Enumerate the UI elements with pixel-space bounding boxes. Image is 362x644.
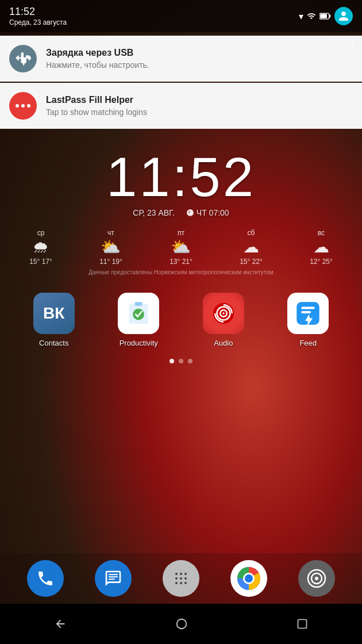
alarm-info: ЧТ 07:00 <box>186 208 229 217</box>
phone-icon <box>27 560 64 597</box>
user-avatar[interactable] <box>334 7 353 25</box>
dock <box>0 553 362 604</box>
weather-attribution: Данные предоставлены Норвежским метеорол… <box>6 269 356 275</box>
status-date: Среда, 23 августа <box>9 18 67 26</box>
nav-bar <box>0 604 362 644</box>
dock-apps[interactable] <box>163 560 199 597</box>
dock-target[interactable] <box>298 560 335 597</box>
svg-rect-4 <box>135 302 143 306</box>
vk-icon: ВК <box>33 293 75 334</box>
weather-days: ср 🌧 15° 17° чт ⛅ 11° 19° пт ⛅ 13° 21° с… <box>6 229 356 266</box>
app-audio[interactable]: Audio <box>203 293 244 347</box>
weather-icon-2: ⛅ <box>171 239 191 255</box>
feed-icon-svg <box>295 300 321 327</box>
audio-icon-svg <box>210 300 237 327</box>
home-button[interactable] <box>164 612 199 636</box>
lastpass-notification-title: LastPass Fill Helper <box>46 94 147 106</box>
app-vk[interactable]: ВК Contacts <box>33 293 75 347</box>
app-productivity-label: Productivity <box>120 339 158 347</box>
lastpass-notification-text: LastPass Fill Helper Tap to show matchin… <box>46 94 147 118</box>
chrome-icon <box>230 560 267 597</box>
status-bar: 11:52 Среда, 23 августа ▾ <box>0 0 362 32</box>
weather-day-2: пт ⛅ 13° 21° <box>170 229 192 266</box>
svg-rect-2 <box>329 15 331 18</box>
notification-panel: Зарядка через USB Нажмите, чтобы настрои… <box>0 32 362 132</box>
weather-icon-1: ⛅ <box>101 239 121 255</box>
app-audio-label: Audio <box>214 339 233 347</box>
weather-day-0: ср 🌧 15° 17° <box>29 229 52 266</box>
back-button[interactable] <box>43 612 78 636</box>
weather-icon-4: ☁ <box>313 239 329 255</box>
svg-point-29 <box>177 619 187 629</box>
dock-phone[interactable] <box>27 560 64 597</box>
weather-temp-0: 15° 17° <box>29 258 52 266</box>
lastpass-notification-subtitle: Tap to show matching logins <box>46 107 147 117</box>
messages-icon <box>95 560 132 597</box>
weather-temp-2: 13° 21° <box>170 258 192 266</box>
svg-point-17 <box>175 577 178 580</box>
svg-point-16 <box>184 573 187 575</box>
feed-icon <box>287 293 329 334</box>
app-vk-label: Contacts <box>39 339 68 347</box>
app-feed-label: Feed <box>299 339 317 347</box>
notification-lastpass[interactable]: LastPass Fill Helper Tap to show matchin… <box>0 83 362 129</box>
svg-point-14 <box>175 573 178 575</box>
usb-notification-subtitle: Нажмите, чтобы настроить. <box>46 60 149 70</box>
weather-icon-3: ☁ <box>243 239 259 255</box>
svg-rect-12 <box>302 311 311 313</box>
page-dot-2[interactable] <box>188 359 192 363</box>
clock-widget: 11:52 СР, 23 АВГ. ЧТ 07:00 <box>106 150 256 217</box>
status-time: 11:52 <box>9 6 67 18</box>
weather-day-name-3: сб <box>248 229 255 237</box>
weather-day-4: вс ☁ 12° 25° <box>310 229 333 266</box>
dock-chrome[interactable] <box>230 560 267 597</box>
app-feed[interactable]: Feed <box>287 293 329 347</box>
alarm-time: ЧТ 07:00 <box>197 208 229 217</box>
svg-point-9 <box>222 312 224 314</box>
usb-notification-title: Зарядка через USB <box>46 47 149 59</box>
svg-point-28 <box>315 577 318 580</box>
page-dots <box>170 359 192 363</box>
svg-point-21 <box>180 582 182 584</box>
usb-notification-text: Зарядка через USB Нажмите, чтобы настрои… <box>46 47 149 71</box>
signal-icon <box>307 12 316 21</box>
notification-usb[interactable]: Зарядка через USB Нажмите, чтобы настрои… <box>0 36 362 82</box>
svg-rect-1 <box>320 14 327 18</box>
dock-messages[interactable] <box>95 560 132 597</box>
overflow-menu-button[interactable] <box>352 40 354 51</box>
weather-day-name-2: пт <box>178 229 184 237</box>
lastpass-notification-icon <box>9 92 37 120</box>
status-time-block: 11:52 Среда, 23 августа <box>9 6 67 26</box>
usb-notification-icon <box>9 45 37 72</box>
svg-point-22 <box>184 582 187 584</box>
svg-point-25 <box>245 574 253 582</box>
weather-day-1: чт ⛅ 11° 19° <box>99 229 122 266</box>
app-productivity[interactable]: Productivity <box>118 293 159 347</box>
clock-date-row: СР, 23 АВГ. ЧТ 07:00 <box>106 208 256 217</box>
productivity-icon-svg <box>125 300 152 327</box>
page-dot-0[interactable] <box>170 359 174 363</box>
svg-rect-30 <box>298 620 306 628</box>
home-screen: 11:52 СР, 23 АВГ. ЧТ 07:00 ср 🌧 15° 17° … <box>0 132 362 621</box>
svg-point-15 <box>180 573 182 575</box>
weather-day-name-1: чт <box>107 229 114 237</box>
recent-apps-button[interactable] <box>285 612 319 635</box>
audio-icon <box>203 293 244 334</box>
svg-rect-11 <box>302 307 315 309</box>
svg-point-18 <box>180 577 182 580</box>
svg-point-20 <box>175 582 178 584</box>
apps-grid-icon <box>163 560 199 597</box>
target-icon <box>298 560 335 597</box>
weather-day-3: сб ☁ 15° 22° <box>240 229 263 266</box>
app-grid: ВК Contacts Productivity <box>0 293 362 347</box>
status-icons: ▾ <box>299 7 353 25</box>
wifi-icon: ▾ <box>299 11 303 22</box>
productivity-icon <box>118 293 159 334</box>
alarm-icon <box>186 209 194 217</box>
svg-point-19 <box>184 577 187 580</box>
battery-icon <box>319 12 331 21</box>
page-dot-1[interactable] <box>179 359 183 363</box>
svg-point-5 <box>133 309 144 320</box>
weather-temp-1: 11° 19° <box>99 258 122 266</box>
clock-date: СР, 23 АВГ. <box>133 208 174 217</box>
